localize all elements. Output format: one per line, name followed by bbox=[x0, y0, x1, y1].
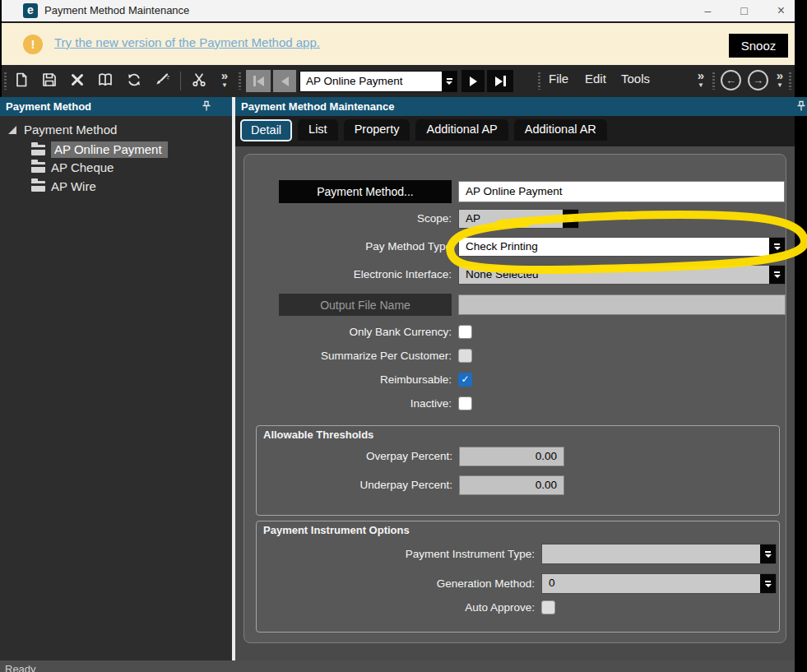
toolbar-grip[interactable] bbox=[4, 72, 7, 90]
pay-method-type-label: Pay Method Type bbox=[244, 237, 452, 257]
record-selector-dropdown-button[interactable] bbox=[442, 72, 457, 91]
tab-additional-ar[interactable]: Additional AR bbox=[514, 119, 607, 141]
notification-bar: ! Try the new version of the Payment Met… bbox=[2, 21, 795, 65]
output-file-name-input[interactable] bbox=[458, 294, 786, 315]
payment-instrument-type-label: Payment Instrument Type: bbox=[257, 544, 535, 564]
chevron-right-icon: » bbox=[216, 69, 233, 81]
tab-strip: Detail List Property Additional AP Addit… bbox=[235, 116, 795, 146]
chevron-right-icon: » bbox=[693, 69, 709, 81]
clear-button[interactable] bbox=[150, 70, 174, 92]
save-button[interactable] bbox=[37, 70, 62, 92]
toolbar-grip[interactable] bbox=[712, 72, 715, 90]
toolbar-grip[interactable] bbox=[538, 72, 540, 90]
tree-item-label: AP Online Payment bbox=[51, 141, 168, 158]
last-record-icon bbox=[503, 76, 506, 86]
tree-root-payment-method[interactable]: Payment Method bbox=[8, 123, 117, 137]
generation-method-label: Generation Method: bbox=[257, 573, 535, 594]
last-record-button[interactable] bbox=[487, 70, 513, 92]
electronic-interface-label: Electronic Interface: bbox=[244, 265, 452, 285]
payment-instrument-type-dropdown-button[interactable] bbox=[760, 545, 776, 563]
first-record-button[interactable] bbox=[246, 70, 271, 92]
only-bank-currency-checkbox[interactable] bbox=[458, 325, 472, 339]
summarize-per-customer-checkbox[interactable] bbox=[458, 349, 472, 363]
menu-tools[interactable]: Tools bbox=[621, 72, 650, 86]
left-panel-title: Payment Method bbox=[6, 100, 91, 113]
pin-icon[interactable] bbox=[796, 100, 806, 114]
scissors-icon bbox=[191, 72, 207, 91]
search-button[interactable] bbox=[93, 70, 118, 92]
menu-edit[interactable]: Edit bbox=[585, 72, 606, 86]
snooze-button[interactable]: Snooz bbox=[729, 34, 788, 58]
tree-root-label: Payment Method bbox=[24, 123, 117, 137]
minimize-button[interactable]: – bbox=[704, 4, 711, 17]
tab-list[interactable]: List bbox=[298, 119, 338, 141]
allowable-thresholds-title: Allowable Thresholds bbox=[263, 429, 373, 441]
new-version-link[interactable]: Try the new version of the Payment Metho… bbox=[54, 35, 320, 49]
payment-instrument-options-title: Payment Instrument Options bbox=[263, 524, 410, 536]
toolbar-grip[interactable] bbox=[239, 72, 241, 90]
underpay-percent-label: Underpay Percent: bbox=[257, 475, 452, 495]
allowable-thresholds-group: Allowable Thresholds Overpay Percent: 0.… bbox=[256, 425, 780, 516]
generation-method-dropdown-button[interactable] bbox=[760, 574, 776, 593]
triangle-right-icon bbox=[470, 76, 477, 86]
previous-record-button[interactable] bbox=[273, 70, 296, 92]
pay-method-type-dropdown[interactable]: Check Printing bbox=[458, 237, 786, 257]
reimbursable-label: Reimbursable: bbox=[244, 373, 452, 387]
title-bar: e Payment Method Maintenance – □ × bbox=[2, 0, 795, 21]
tree-item-ap-cheque[interactable]: AP Cheque bbox=[31, 160, 114, 174]
forward-button[interactable]: → bbox=[748, 70, 768, 90]
electronic-interface-dropdown[interactable]: None Selected bbox=[458, 265, 786, 285]
toolbar-separator bbox=[180, 72, 181, 90]
tab-detail[interactable]: Detail bbox=[240, 119, 292, 141]
main-panel-title: Payment Method Maintenance bbox=[241, 100, 394, 113]
tab-property[interactable]: Property bbox=[344, 119, 410, 141]
detail-tab-content: Payment Method... AP Online Payment Scop… bbox=[235, 146, 795, 660]
output-file-name-button[interactable]: Output File Name bbox=[279, 294, 452, 316]
delete-button[interactable] bbox=[65, 70, 90, 92]
tab-additional-ap[interactable]: Additional AP bbox=[415, 119, 508, 141]
tree-item-label: AP Wire bbox=[51, 179, 96, 193]
expand-collapse-icon[interactable] bbox=[8, 126, 16, 134]
status-bar: Ready bbox=[0, 660, 795, 672]
electronic-interface-dropdown-button[interactable] bbox=[769, 266, 785, 284]
inactive-label: Inactive: bbox=[244, 396, 452, 411]
payment-method-input[interactable]: AP Online Payment bbox=[458, 181, 785, 202]
auto-approve-checkbox[interactable] bbox=[541, 600, 555, 614]
scope-dropdown-button[interactable] bbox=[563, 210, 578, 228]
back-button[interactable]: ← bbox=[721, 70, 741, 90]
toolbar-overflow-button[interactable]: » ▼ bbox=[216, 69, 233, 89]
brush-icon bbox=[154, 72, 170, 91]
underpay-percent-input[interactable]: 0.00 bbox=[459, 475, 564, 495]
maximize-button[interactable]: □ bbox=[740, 4, 747, 17]
payment-method-button[interactable]: Payment Method... bbox=[279, 180, 452, 203]
overpay-percent-input[interactable]: 0.00 bbox=[459, 447, 564, 466]
next-record-button[interactable] bbox=[461, 70, 485, 92]
menu-overflow-button[interactable]: » ▼ bbox=[693, 69, 709, 89]
chevron-right-icon: » bbox=[772, 69, 788, 81]
payment-instrument-type-dropdown[interactable] bbox=[541, 544, 777, 564]
tree-item-ap-wire[interactable]: AP Wire bbox=[31, 179, 96, 193]
warning-icon: ! bbox=[23, 35, 43, 54]
generation-method-value: 0 bbox=[549, 577, 555, 589]
triangle-left-icon bbox=[257, 76, 264, 86]
folder-icon bbox=[31, 145, 45, 155]
pay-method-type-dropdown-button[interactable] bbox=[769, 238, 785, 256]
toolbar-grip[interactable] bbox=[789, 72, 791, 90]
chevron-down-icon: ▼ bbox=[693, 81, 709, 89]
folder-icon bbox=[31, 162, 45, 173]
tree-item-ap-online-payment[interactable]: AP Online Payment bbox=[31, 141, 168, 158]
nav-overflow-button[interactable]: » ▼ bbox=[772, 69, 788, 89]
generation-method-dropdown[interactable]: 0 bbox=[541, 573, 777, 594]
close-button[interactable]: × bbox=[777, 3, 785, 18]
reimbursable-checkbox[interactable]: ✓ bbox=[458, 373, 472, 387]
new-button[interactable] bbox=[9, 70, 34, 92]
pin-icon[interactable] bbox=[202, 100, 211, 114]
cut-button[interactable] bbox=[187, 70, 211, 92]
record-selector-combo[interactable]: AP Online Payment bbox=[299, 71, 457, 92]
folder-icon bbox=[31, 181, 45, 192]
auto-approve-label: Auto Approve: bbox=[257, 600, 535, 615]
refresh-button[interactable] bbox=[122, 70, 146, 92]
scope-dropdown[interactable]: AP bbox=[458, 209, 579, 229]
inactive-checkbox[interactable] bbox=[458, 396, 472, 410]
menu-file[interactable]: File bbox=[549, 72, 568, 86]
